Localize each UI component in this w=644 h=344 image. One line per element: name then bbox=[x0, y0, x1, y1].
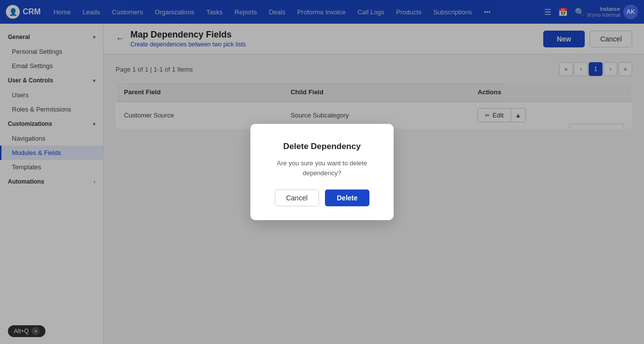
delete-modal: Delete Dependency Are you sure you want … bbox=[250, 124, 394, 220]
modal-delete-button[interactable]: Delete bbox=[325, 190, 369, 206]
modal-title: Delete Dependency bbox=[270, 142, 374, 152]
modal-actions: Cancel Delete bbox=[270, 190, 374, 206]
modal-overlay: Delete Dependency Are you sure you want … bbox=[0, 0, 644, 344]
modal-body: Are you sure you want to delete dependen… bbox=[270, 158, 374, 178]
modal-cancel-button[interactable]: Cancel bbox=[275, 190, 319, 206]
